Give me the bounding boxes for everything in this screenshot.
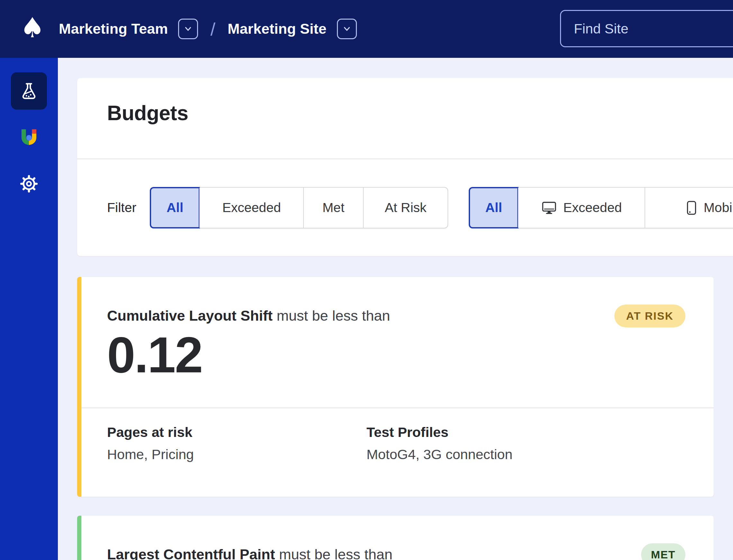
detail-pages-at-risk: Pages at risk Home, Pricing (107, 424, 366, 462)
budget-card-header: Cumulative Layout Shift must be less tha… (81, 277, 714, 327)
detail-value: MotoG4, 3G connection (366, 447, 513, 462)
gear-icon (20, 175, 38, 193)
chevron-down-icon (183, 23, 193, 34)
top-navbar: ♠ Marketing Team / Marketing Site (0, 0, 733, 58)
filter-device-label: Exceeded (563, 200, 622, 215)
sidebar-item-chrome-ux[interactable] (11, 119, 47, 156)
filter-device-label: Mobile (704, 200, 733, 215)
sidebar (0, 58, 58, 560)
detail-value: Home, Pricing (107, 447, 366, 462)
flask-icon (20, 82, 38, 100)
status-filter-group: All Exceeded Met At Risk (150, 187, 448, 228)
budgets-header-card: Budgets Filter All Exceeded Met At Risk … (77, 78, 733, 256)
filter-label: Filter (107, 200, 136, 215)
filter-status-at-risk[interactable]: At Risk (363, 188, 448, 228)
budget-details: Pages at risk Home, Pricing Test Profile… (81, 407, 714, 462)
team-selector: Marketing Team (59, 19, 198, 39)
budget-title: Largest Contentful Paint must be less th… (107, 545, 393, 560)
filter-status-all[interactable]: All (150, 188, 199, 228)
app-logo-spade-icon[interactable]: ♠ (20, 14, 45, 41)
budget-title: Cumulative Layout Shift must be less tha… (107, 307, 390, 325)
budget-card-cls: Cumulative Layout Shift must be less tha… (77, 277, 714, 497)
site-name[interactable]: Marketing Site (228, 21, 326, 37)
filter-device-mobile[interactable]: Mobile (645, 188, 733, 228)
metric-name: Largest Contentful Paint (107, 546, 275, 560)
device-filter-group: All Exceeded (469, 187, 733, 228)
chrome-ux-icon (19, 128, 39, 147)
detail-test-profiles: Test Profiles MotoG4, 3G connection (366, 424, 513, 462)
find-site-input[interactable] (560, 10, 733, 47)
filter-device-desktop-exceeded[interactable]: Exceeded (518, 188, 645, 228)
team-name[interactable]: Marketing Team (59, 21, 168, 37)
status-badge-met: MET (641, 543, 685, 560)
filter-row: Filter All Exceeded Met At Risk All (77, 158, 733, 256)
team-dropdown-button[interactable] (178, 19, 198, 39)
chevron-down-icon (341, 23, 352, 34)
budget-value: 0.12 (107, 328, 202, 382)
site-selector: Marketing Site (228, 19, 357, 39)
detail-label: Test Profiles (366, 424, 513, 440)
sidebar-item-settings[interactable] (11, 165, 47, 202)
filter-status-met[interactable]: Met (303, 188, 363, 228)
site-dropdown-button[interactable] (337, 19, 357, 39)
status-badge-at-risk: AT RISK (614, 305, 685, 327)
filter-status-exceeded[interactable]: Exceeded (199, 188, 303, 228)
budget-card-lcp: Largest Contentful Paint must be less th… (77, 516, 714, 560)
app-root: ♠ Marketing Team / Marketing Site (0, 0, 733, 560)
metric-condition: must be less than (277, 307, 390, 324)
sidebar-item-budgets[interactable] (11, 72, 47, 110)
metric-condition: must be less than (279, 546, 393, 560)
breadcrumb-separator: / (210, 19, 215, 40)
detail-label: Pages at risk (107, 424, 366, 440)
budget-card-header: Largest Contentful Paint must be less th… (81, 516, 714, 560)
metric-name: Cumulative Layout Shift (107, 307, 273, 324)
mobile-icon (686, 200, 697, 216)
page-title: Budgets (107, 101, 188, 125)
filter-device-all[interactable]: All (469, 188, 518, 228)
desktop-icon (541, 201, 557, 215)
